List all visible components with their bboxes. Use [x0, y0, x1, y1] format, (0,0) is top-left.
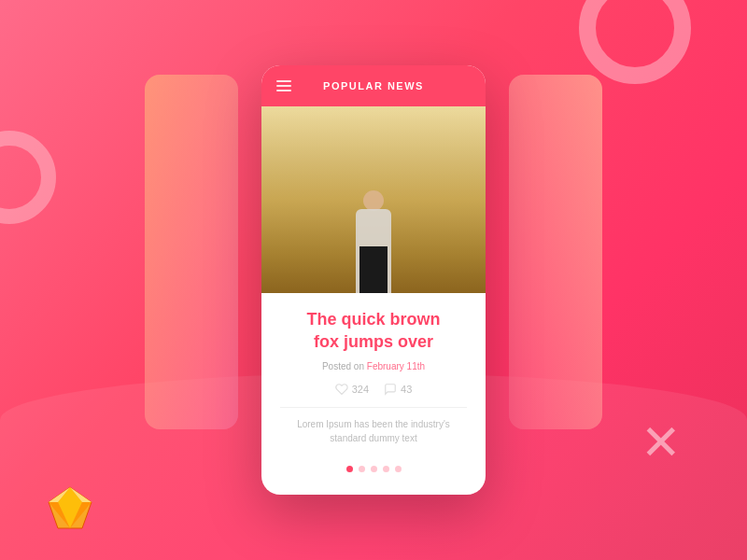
dot-4[interactable]	[383, 466, 389, 472]
person-legs	[359, 246, 388, 293]
posted-label: Posted on	[322, 361, 364, 371]
dot-3[interactable]	[371, 466, 377, 472]
person-figure	[341, 144, 406, 293]
comments-count: 43	[401, 384, 412, 395]
hamburger-menu[interactable]	[276, 80, 291, 91]
pagination-dots	[261, 456, 486, 485]
sketch-logo	[47, 485, 93, 532]
bg-circle-left	[0, 131, 56, 224]
phone-card: POPULAR NEWS The quick brown fox jumps o…	[261, 65, 486, 495]
x-decoration: ✕	[641, 418, 682, 467]
comment-icon	[384, 383, 397, 396]
article-title: The quick brown fox jumps over	[280, 308, 467, 354]
app-header: POPULAR NEWS	[261, 65, 486, 106]
person-head	[363, 190, 384, 211]
header-title: POPULAR NEWS	[323, 80, 424, 91]
card-content: The quick brown fox jumps over Posted on…	[261, 293, 486, 456]
side-card-right	[509, 75, 602, 429]
content-divider	[280, 407, 467, 408]
comments-item[interactable]: 43	[384, 383, 412, 396]
hamburger-line-3	[276, 90, 291, 91]
article-excerpt: Lorem Ipsum has been the industry's stan…	[280, 417, 467, 445]
hamburger-line-1	[276, 80, 291, 82]
hero-image	[261, 106, 486, 293]
bg-circle-top-right	[579, 0, 691, 84]
dot-1[interactable]	[346, 466, 353, 472]
dot-2[interactable]	[359, 466, 365, 472]
dot-5[interactable]	[395, 466, 402, 472]
side-card-left	[145, 75, 238, 429]
posted-line: Posted on February 11th	[280, 361, 467, 371]
heart-icon	[335, 383, 348, 396]
likes-item[interactable]: 324	[335, 383, 369, 396]
article-title-line1: The quick brown	[306, 310, 440, 329]
posted-date: February 11th	[367, 361, 425, 371]
likes-count: 324	[352, 384, 369, 395]
engagement-row: 324 43	[280, 383, 467, 396]
article-title-line2: fox jumps over	[314, 332, 433, 351]
hamburger-line-2	[276, 85, 291, 87]
